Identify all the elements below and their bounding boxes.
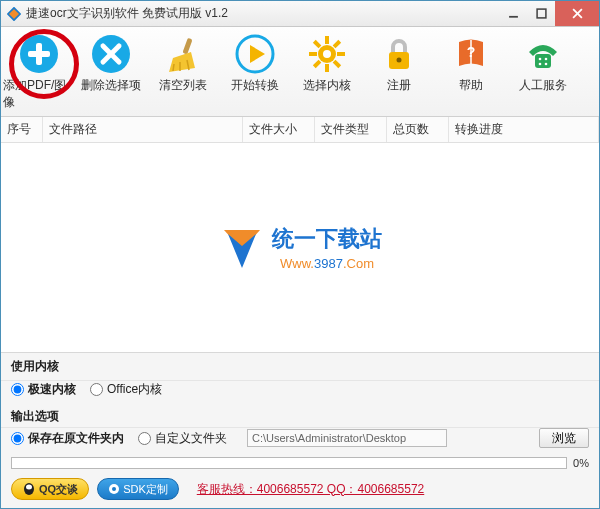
qq-icon — [22, 482, 36, 496]
progress-row: 0% — [1, 453, 599, 473]
svg-rect-24 — [313, 60, 321, 68]
file-list[interactable]: 统一下载站 Www.3987.Com — [1, 143, 599, 352]
svg-line-13 — [173, 64, 174, 71]
footer: QQ交谈 SDK定制 客服热线：4006685572 QQ：4006685572 — [1, 473, 599, 508]
svg-rect-25 — [313, 40, 321, 48]
output-row: 输出选项 — [1, 403, 599, 428]
svg-point-34 — [545, 58, 548, 61]
help-book-icon: ? — [451, 34, 491, 74]
svg-rect-8 — [28, 51, 50, 57]
broom-icon — [163, 34, 203, 74]
list-header: 序号 文件路径 文件大小 文件类型 总页数 转换进度 — [1, 117, 599, 143]
svg-point-33 — [539, 58, 542, 61]
clear-label: 清空列表 — [159, 77, 207, 94]
kernel-panel-label: 使用内核 — [11, 358, 59, 375]
svg-point-36 — [545, 63, 548, 66]
delete-icon — [91, 34, 131, 74]
maximize-button[interactable] — [527, 1, 555, 26]
start-label: 开始转换 — [231, 77, 279, 94]
play-icon — [235, 34, 275, 74]
svg-point-40 — [26, 485, 32, 490]
settings-panel: 使用内核 极速内核 Office内核 输出选项 保存在原文件夹内 自定义文件夹 … — [1, 352, 599, 508]
svg-rect-23 — [333, 40, 341, 48]
col-pages[interactable]: 总页数 — [387, 117, 449, 142]
hotline-link[interactable]: 客服热线：4006685572 QQ：4006685572 — [197, 481, 424, 498]
svg-rect-19 — [325, 36, 329, 44]
col-progress[interactable]: 转换进度 — [449, 117, 599, 142]
watermark-logo-icon — [218, 224, 266, 272]
app-logo-icon — [7, 7, 21, 21]
kernel-row: 使用内核 — [1, 353, 599, 381]
svg-rect-3 — [537, 9, 546, 18]
output-path-input[interactable] — [247, 429, 447, 447]
col-path[interactable]: 文件路径 — [43, 117, 243, 142]
svg-point-42 — [112, 487, 116, 491]
add-pdf-button[interactable]: 添加PDF/图像 — [3, 31, 75, 114]
watermark-name: 统一下载站 — [272, 226, 382, 251]
start-convert-button[interactable]: 开始转换 — [219, 31, 291, 114]
progress-bar — [11, 457, 567, 469]
window-controls — [499, 1, 599, 26]
phone-icon — [523, 34, 563, 74]
kernel-label: 选择内核 — [303, 77, 351, 94]
svg-point-27 — [323, 50, 331, 58]
app-window: 捷速ocr文字识别软件 免费试用版 v1.2 添加PDF/图像 删除选择项 清空… — [0, 0, 600, 509]
lock-icon — [379, 34, 419, 74]
help-button[interactable]: ? 帮助 — [435, 31, 507, 114]
svg-point-29 — [397, 58, 402, 63]
svg-rect-21 — [309, 52, 317, 56]
sdk-icon — [108, 483, 120, 495]
browse-button[interactable]: 浏览 — [539, 428, 589, 448]
gear-icon — [307, 34, 347, 74]
svg-rect-32 — [535, 54, 551, 68]
clear-list-button[interactable]: 清空列表 — [147, 31, 219, 114]
svg-marker-0 — [8, 7, 20, 19]
register-button[interactable]: 注册 — [363, 31, 435, 114]
radio-save-source[interactable]: 保存在原文件夹内 — [11, 430, 124, 447]
svg-rect-20 — [325, 64, 329, 72]
svg-text:?: ? — [467, 44, 476, 60]
radio-office-kernel[interactable]: Office内核 — [90, 381, 162, 398]
svg-rect-22 — [337, 52, 345, 56]
svg-marker-17 — [250, 45, 265, 63]
help-label: 帮助 — [459, 77, 483, 94]
service-label: 人工服务 — [519, 77, 567, 94]
progress-percent: 0% — [573, 457, 589, 469]
col-size[interactable]: 文件大小 — [243, 117, 315, 142]
plus-icon — [19, 34, 59, 74]
register-label: 注册 — [387, 77, 411, 94]
minimize-button[interactable] — [499, 1, 527, 26]
delete-selected-button[interactable]: 删除选择项 — [75, 31, 147, 114]
window-title: 捷速ocr文字识别软件 免费试用版 v1.2 — [26, 5, 499, 22]
select-kernel-button[interactable]: 选择内核 — [291, 31, 363, 114]
svg-rect-26 — [333, 60, 341, 68]
radio-custom-folder[interactable]: 自定义文件夹 — [138, 430, 227, 447]
svg-point-35 — [539, 63, 542, 66]
sdk-custom-button[interactable]: SDK定制 — [97, 478, 179, 500]
watermark: 统一下载站 Www.3987.Com — [218, 224, 382, 272]
qq-chat-button[interactable]: QQ交谈 — [11, 478, 89, 500]
toolbar: 添加PDF/图像 删除选择项 清空列表 开始转换 选择内核 注册 ? 帮助 — [1, 27, 599, 117]
close-button[interactable] — [555, 1, 599, 26]
col-type[interactable]: 文件类型 — [315, 117, 387, 142]
delete-label: 删除选择项 — [81, 77, 141, 94]
titlebar: 捷速ocr文字识别软件 免费试用版 v1.2 — [1, 1, 599, 27]
svg-rect-12 — [182, 38, 192, 55]
radio-fast-kernel[interactable]: 极速内核 — [11, 381, 76, 398]
col-index[interactable]: 序号 — [1, 117, 43, 142]
output-panel-label: 输出选项 — [11, 408, 59, 425]
manual-service-button[interactable]: 人工服务 — [507, 31, 579, 114]
add-label: 添加PDF/图像 — [3, 77, 75, 111]
